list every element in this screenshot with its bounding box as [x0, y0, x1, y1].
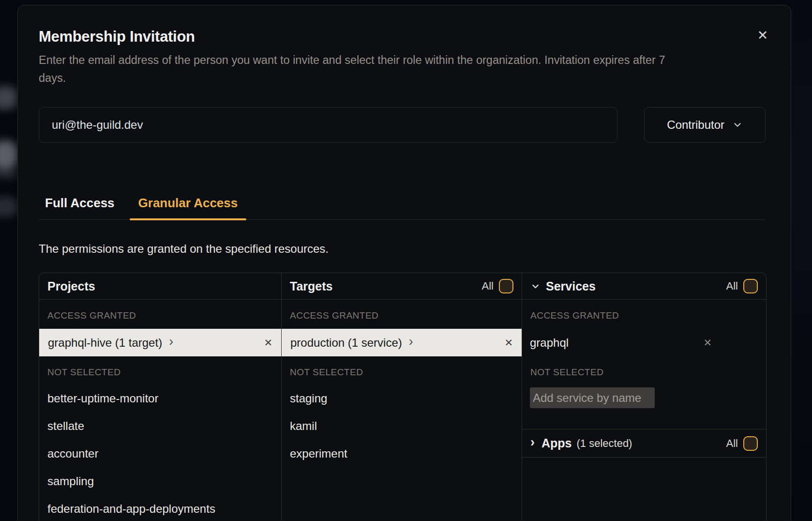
- projects-column: Projects ACCESS GRANTED graphql-hive (1 …: [39, 273, 281, 521]
- tab-granular-access[interactable]: Granular Access: [130, 195, 247, 219]
- background-page-blur: [0, 140, 17, 169]
- services-column: Services All ACCESS GRANTED graphql ✕ NO…: [522, 273, 766, 521]
- services-body: ACCESS GRANTED graphql ✕ NOT SELECTED: [522, 310, 766, 429]
- chevron-down-icon: [530, 281, 541, 291]
- projects-column-header: Projects: [39, 273, 281, 300]
- active-tab-underline: [130, 218, 247, 220]
- chevron-right-icon: ›: [409, 335, 413, 350]
- resource-picker-table: Projects ACCESS GRANTED graphql-hive (1 …: [39, 273, 767, 521]
- services-column-title[interactable]: Services: [530, 279, 596, 293]
- description-line: Enter the email address of the person yo…: [39, 51, 766, 69]
- granted-target-label: production (1 service): [290, 336, 402, 350]
- membership-invitation-dialog: ✕ Membership Invitation Enter the email …: [17, 5, 791, 521]
- tab-granular-access-label: Granular Access: [138, 196, 238, 210]
- list-item[interactable]: federation-and-app-deployments: [39, 495, 281, 521]
- granted-project-label: graphql-hive (1 target): [48, 336, 162, 350]
- projects-column-title: Projects: [47, 279, 95, 293]
- tab-full-access[interactable]: Full Access: [39, 195, 121, 219]
- background-page-blur: [0, 197, 17, 217]
- chevron-right-icon: ›: [530, 435, 535, 452]
- services-column-title-label: Services: [546, 279, 596, 293]
- granted-service-label: graphql: [530, 336, 569, 350]
- close-icon[interactable]: ✕: [754, 27, 771, 44]
- chevron-right-icon: ›: [169, 335, 173, 350]
- not-selected-label: NOT SELECTED: [47, 367, 273, 378]
- access-granted-label: ACCESS GRANTED: [290, 310, 513, 321]
- projects-not-selected-list: better-uptime-monitor stellate accounter…: [39, 384, 281, 521]
- granted-target-row[interactable]: production (1 service) › ✕: [282, 329, 522, 356]
- targets-column: Targets All ACCESS GRANTED production (1…: [281, 273, 522, 521]
- invite-form-row: Contributor: [39, 107, 766, 143]
- targets-column-header: Targets All: [282, 273, 522, 300]
- granted-service-row[interactable]: graphql ✕: [522, 329, 766, 356]
- services-column-header: Services All: [522, 273, 766, 300]
- background-page-blur: [0, 170, 17, 177]
- role-dropdown[interactable]: Contributor: [644, 107, 766, 143]
- not-selected-label: NOT SELECTED: [290, 367, 513, 378]
- list-item[interactable]: accounter: [39, 440, 281, 467]
- background-page-blur: [0, 86, 17, 109]
- targets-all-label: All: [482, 280, 494, 292]
- targets-all-group: All: [482, 279, 513, 293]
- list-item[interactable]: kamil: [282, 412, 522, 440]
- services-all-group: All: [726, 279, 758, 293]
- chevron-down-icon: [732, 120, 743, 130]
- list-item[interactable]: sampling: [39, 467, 281, 495]
- list-item[interactable]: stellate: [39, 412, 281, 440]
- targets-column-title: Targets: [290, 279, 332, 293]
- apps-all-checkbox[interactable]: [743, 436, 758, 451]
- remove-service-icon[interactable]: ✕: [703, 337, 712, 349]
- dialog-description: Enter the email address of the person yo…: [39, 51, 766, 87]
- access-granted-label: ACCESS GRANTED: [530, 310, 758, 321]
- dialog-title: Membership Invitation: [39, 28, 766, 46]
- remove-project-icon[interactable]: ✕: [264, 337, 272, 349]
- targets-not-selected-list: staging kamil experiment: [282, 384, 522, 467]
- services-all-checkbox[interactable]: [743, 279, 758, 293]
- targets-all-checkbox[interactable]: [499, 279, 513, 293]
- list-item[interactable]: better-uptime-monitor: [39, 384, 281, 412]
- not-selected-label: NOT SELECTED: [530, 367, 758, 378]
- apps-section-title: Apps: [541, 436, 572, 450]
- page-backdrop: [791, 0, 812, 521]
- apps-all-label: All: [726, 437, 738, 450]
- apps-section-row[interactable]: › Apps (1 selected) All: [522, 429, 766, 458]
- role-dropdown-value: Contributor: [667, 118, 724, 132]
- email-field[interactable]: [39, 107, 617, 143]
- granted-project-row[interactable]: graphql-hive (1 target) › ✕: [39, 329, 281, 356]
- list-item[interactable]: staging: [282, 384, 522, 412]
- access-granted-label: ACCESS GRANTED: [47, 310, 273, 321]
- apps-all-group: All: [726, 436, 758, 451]
- access-tabs: Full Access Granular Access: [39, 195, 766, 220]
- list-item[interactable]: experiment: [282, 440, 522, 467]
- services-all-label: All: [726, 280, 738, 292]
- remove-target-icon[interactable]: ✕: [504, 337, 513, 349]
- apps-selected-count: (1 selected): [577, 437, 632, 450]
- description-line: days.: [39, 69, 766, 87]
- add-service-input[interactable]: [530, 387, 655, 408]
- permissions-note: The permissions are granted on the speci…: [39, 242, 766, 256]
